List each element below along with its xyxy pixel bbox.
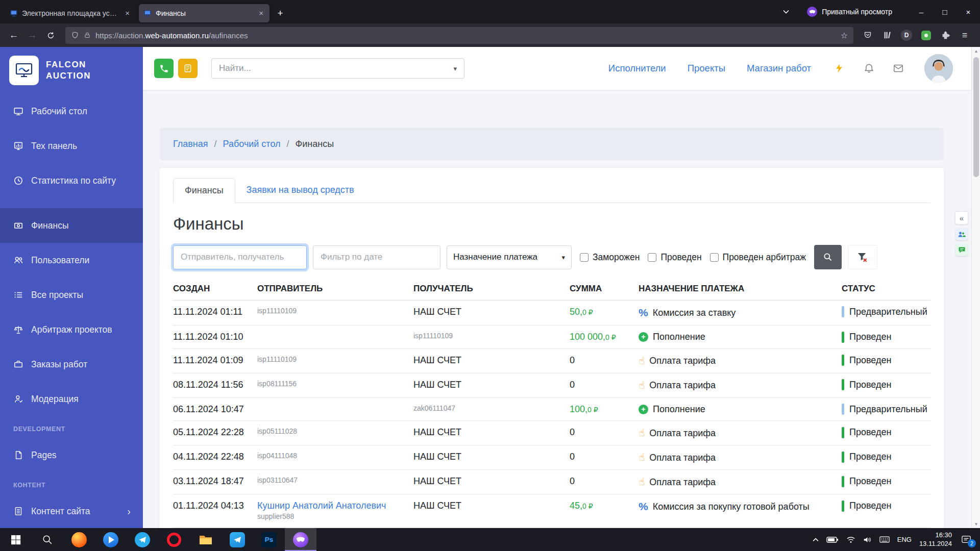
sidebar-item-pages[interactable]: Pages [0, 438, 143, 472]
chevron-right-icon: › [127, 506, 131, 517]
start-button[interactable] [0, 528, 32, 551]
journal-button[interactable] [178, 59, 198, 78]
wifi-icon[interactable] [846, 536, 855, 543]
nav-link-performers[interactable]: Исполнители [608, 63, 666, 74]
collapse-panel-button[interactable]: « [955, 211, 968, 224]
user-avatar[interactable] [924, 54, 953, 83]
browser-tab-1[interactable]: Электронная площадка услуг × [5, 4, 136, 22]
browser-tab-2-active[interactable]: Финансы × [139, 4, 270, 22]
briefcase-icon [13, 359, 23, 369]
checkbox-frozen[interactable]: Заморожен [580, 252, 640, 263]
scrollbar-up-arrow[interactable]: ▲ [972, 47, 980, 55]
checkbox-completed[interactable]: Проведен [648, 252, 701, 263]
frozen-checkbox[interactable] [580, 253, 589, 262]
cell-sender: isp08111156 [257, 373, 413, 397]
window-close-button[interactable]: × [957, 0, 980, 23]
language-indicator[interactable]: ENG [897, 536, 912, 543]
nav-link-work-shop[interactable]: Магазин работ [747, 63, 811, 74]
sidebar-item-moderation[interactable]: Модерация [0, 382, 143, 416]
nav-link-projects[interactable]: Проекты [688, 63, 725, 74]
sidebar-item-all-projects[interactable]: Все проекты [0, 278, 143, 312]
sidebar-item-site-stats[interactable]: Статистика по сайту [0, 163, 143, 198]
toolbar-extensions: ≡ [860, 27, 973, 43]
tray-chevron-up-icon[interactable] [813, 538, 819, 542]
global-search-combobox[interactable]: Найти... ▾ [211, 58, 464, 79]
chat-widget-icon[interactable] [955, 244, 968, 256]
volume-icon[interactable] [863, 536, 872, 543]
sidebar-item-finances[interactable]: Финансы [0, 208, 143, 243]
users-icon [13, 255, 23, 265]
participant-filter-input[interactable] [173, 245, 307, 269]
scrollbar-thumb[interactable] [973, 57, 979, 177]
bell-icon[interactable] [862, 62, 875, 75]
amount: 0 [570, 427, 575, 437]
battery-icon[interactable] [826, 536, 839, 543]
tab-withdrawal-requests[interactable]: Заявки на вывод средств [235, 178, 365, 203]
sender-link[interactable]: Кушнир Анатолий Анатолевич [257, 500, 408, 512]
clear-filters-button[interactable] [848, 245, 877, 269]
tab-close-icon[interactable]: × [124, 9, 131, 17]
forward-icon[interactable]: → [23, 27, 41, 43]
online-users-widget-icon[interactable] [955, 228, 968, 240]
extension-green-icon[interactable] [918, 27, 934, 43]
taskbar-messenger-icon[interactable] [222, 528, 253, 551]
cell-purpose: Оплата тарифа [639, 445, 842, 470]
cell-created: 01.11.2024 04:13 [173, 494, 257, 527]
tab-close-icon[interactable]: × [257, 9, 265, 17]
col-status: СТАТУС [842, 279, 930, 300]
page-scrollbar[interactable]: ▲ ▼ [971, 47, 980, 528]
taskbar-firefox-icon[interactable] [63, 528, 95, 551]
list-all-tabs-icon[interactable] [778, 10, 794, 14]
window-minimize-button[interactable]: – [910, 0, 933, 23]
taskbar-opera-icon[interactable] [158, 528, 190, 551]
back-icon[interactable]: ← [5, 27, 22, 43]
window-maximize-button[interactable]: □ [933, 0, 957, 23]
library-icon[interactable] [879, 27, 895, 43]
envelope-icon[interactable] [892, 62, 905, 75]
floating-widgets: « [955, 211, 968, 256]
breadcrumb-desktop[interactable]: Рабочий стол [208, 139, 281, 149]
bookmark-star-icon[interactable]: ☆ [841, 31, 848, 40]
sidebar-item-site-content[interactable]: Контент сайта › [0, 494, 143, 528]
tab-finances[interactable]: Финансы [173, 178, 235, 203]
brand-name: FALCON AUCTION [46, 59, 91, 82]
receiver-name: НАШ СЧЕТ [413, 451, 565, 463]
shield-icon[interactable] [71, 31, 79, 39]
checkbox-arbitrage-completed[interactable]: Проведен арбитраж [710, 252, 806, 263]
new-tab-button[interactable]: + [273, 6, 288, 21]
sidebar-item-desktop[interactable]: Рабочий стол [0, 94, 143, 129]
action-center-button[interactable]: 2 [960, 534, 973, 546]
lock-icon[interactable] [84, 32, 91, 39]
url-bar[interactable]: https://auction.web-automation.ru/aufina… [65, 27, 853, 44]
sidebar-item-tech-panel[interactable]: Тех панель [0, 129, 143, 163]
taskbar-file-explorer-icon[interactable] [190, 528, 222, 551]
taskbar-firefox-private-icon[interactable] [285, 528, 316, 551]
taskbar-photoshop-icon[interactable] [253, 528, 285, 551]
brand-logo-block[interactable]: FALCON AUCTION [0, 47, 143, 94]
extension-d-icon[interactable] [898, 27, 915, 43]
search-button[interactable] [814, 245, 842, 269]
sidebar-item-arbitrage[interactable]: Арбитраж проектов [0, 312, 143, 347]
reload-icon[interactable] [42, 27, 59, 43]
completed-checkbox[interactable] [648, 253, 656, 262]
taskbar-telegram-icon[interactable] [127, 528, 158, 551]
arbitrage-completed-checkbox[interactable] [710, 253, 719, 262]
col-sender: ОТПРАВИТЕЛЬ [257, 279, 413, 300]
sidebar-item-users[interactable]: Пользователи [0, 243, 143, 278]
breadcrumb-home[interactable]: Главная [173, 139, 208, 149]
sidebar-section-development: DEVELOPMENT [0, 420, 143, 438]
table-header-row: СОЗДАН ОТПРАВИТЕЛЬ ПОЛУЧАТЕЛЬ СУММА НАЗН… [173, 279, 930, 300]
pocket-icon[interactable] [860, 27, 876, 43]
taskbar-search-button[interactable] [32, 528, 63, 551]
taskbar-media-player-icon[interactable] [95, 528, 127, 551]
touch-keyboard-icon[interactable] [879, 536, 890, 543]
lightning-icon[interactable] [832, 62, 846, 75]
menu-hamburger-icon[interactable]: ≡ [957, 27, 973, 43]
taskbar-clock[interactable]: 16:30 13.11.2024 [919, 531, 952, 548]
extensions-puzzle-icon[interactable] [937, 27, 953, 43]
payment-purpose-select[interactable]: Назначение платежа ▾ [447, 245, 572, 269]
date-filter-input[interactable] [313, 245, 440, 269]
scrollbar-down-arrow[interactable]: ▼ [972, 520, 980, 528]
sidebar-item-work-orders[interactable]: Заказы работ [0, 347, 143, 382]
phone-button[interactable] [154, 59, 174, 78]
